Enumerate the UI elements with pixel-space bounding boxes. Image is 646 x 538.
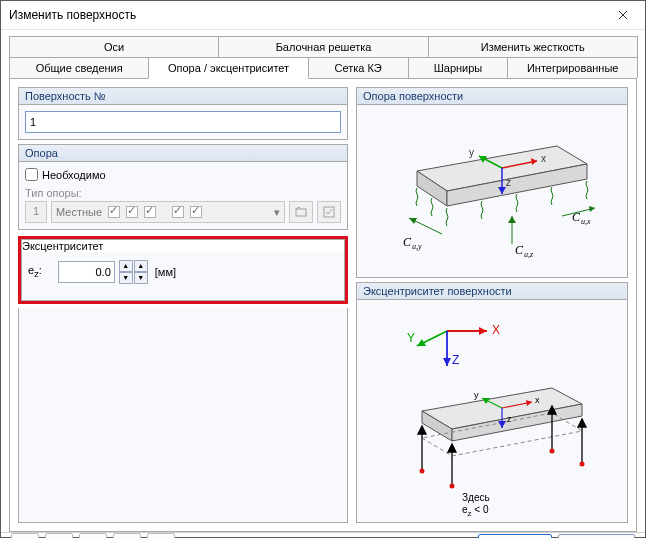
restraint-icon: [190, 206, 202, 218]
svg-text:Y: Y: [407, 331, 415, 345]
tabs-row-bottom: Общие сведения Опора / эксцентриситет Се…: [9, 57, 637, 79]
report-button[interactable]: [45, 533, 73, 538]
open-library-button: [289, 201, 313, 223]
restraint-icon: [144, 206, 156, 218]
tab-body: Поверхность № Опора Необходимо Тип опоры…: [9, 78, 637, 532]
svg-point-56: [450, 484, 455, 489]
svg-point-58: [550, 449, 555, 454]
svg-text:z: z: [507, 414, 512, 424]
svg-marker-50: [448, 444, 456, 452]
window-title: Изменить поверхность: [9, 8, 601, 22]
dialog-window: Изменить поверхность Оси Балочная решетк…: [0, 0, 646, 538]
group-surface-no: Поверхность №: [18, 87, 348, 140]
ez-spin-down[interactable]: ▼: [119, 272, 133, 284]
help-button[interactable]: ?: [11, 533, 39, 538]
svg-text:C: C: [403, 235, 412, 249]
svg-text:u,y: u,y: [412, 242, 422, 251]
tab-support-eccentricity[interactable]: Опора / эксцентриситет: [148, 57, 308, 79]
left-empty-area: [18, 308, 348, 523]
svg-text:Z: Z: [452, 353, 459, 367]
support-type-row: 1 Местные ▾: [25, 201, 341, 223]
svg-text:X: X: [492, 323, 500, 337]
svg-marker-33: [443, 358, 451, 366]
pick-button[interactable]: [147, 533, 175, 538]
units-button[interactable]: 0.00: [79, 533, 107, 538]
svg-rect-0: [296, 209, 306, 216]
svg-point-57: [580, 462, 585, 467]
svg-text:Здесь: Здесь: [462, 492, 490, 503]
restraint-icon: [108, 206, 120, 218]
tab-general[interactable]: Общие сведения: [9, 57, 149, 78]
ez-unit: [мм]: [155, 266, 176, 278]
tabs-row-top: Оси Балочная решетка Изменить жесткость: [9, 36, 637, 57]
support-type-combo-text: Местные: [56, 206, 102, 218]
svg-text:x: x: [541, 153, 546, 164]
titlebar: Изменить поверхность: [1, 1, 645, 30]
group-support-diagram: Опора поверхности x y: [356, 87, 628, 278]
support-diagram: x y z Cu,x: [357, 105, 627, 277]
svg-marker-17: [589, 206, 595, 212]
right-column: Опора поверхности x y: [356, 87, 628, 523]
tab-integrated[interactable]: Интегрированные: [507, 57, 638, 78]
ez-spin-up-coarse[interactable]: ▲: [134, 260, 148, 272]
footer: ? 0.00 OK Отмена: [1, 532, 645, 538]
ez-input[interactable]: 0.0: [58, 261, 115, 283]
support-type-combo: Местные ▾: [51, 201, 285, 223]
group-support-title: Опора: [19, 145, 347, 162]
view-button[interactable]: [113, 533, 141, 538]
svg-point-55: [420, 469, 425, 474]
close-button[interactable]: [601, 1, 645, 29]
svg-text:y: y: [474, 390, 479, 400]
svg-text:C: C: [515, 243, 524, 257]
eccentricity-diagram-title: Эксцентриситет поверхности: [357, 283, 627, 300]
restraint-icon: [126, 206, 138, 218]
content: Оси Балочная решетка Изменить жесткость …: [1, 30, 645, 532]
ez-spin-down-coarse[interactable]: ▼: [134, 272, 148, 284]
required-label: Необходимо: [42, 169, 106, 181]
tab-hinges[interactable]: Шарниры: [408, 57, 509, 78]
svg-text:z: z: [506, 177, 511, 188]
group-eccentricity-title: Эксцентриситет: [22, 240, 344, 252]
support-diagram-title: Опора поверхности: [357, 88, 627, 105]
chevron-down-icon: ▾: [274, 206, 280, 219]
svg-text:u,x: u,x: [581, 217, 591, 226]
eccentricity-highlight: Эксцентриситет ez: 0.0 ▲ ▼: [18, 236, 348, 304]
tab-axes[interactable]: Оси: [9, 36, 219, 57]
svg-text:u,z: u,z: [524, 250, 534, 259]
svg-marker-27: [479, 327, 487, 335]
support-type-no: 1: [25, 201, 47, 223]
group-eccentricity-diagram: Эксцентриситет поверхности X Y Z: [356, 282, 628, 523]
support-type-label: Тип опоры:: [25, 187, 341, 199]
ez-label: ez:: [28, 264, 42, 279]
edit-type-button: [317, 201, 341, 223]
svg-marker-52: [578, 419, 586, 427]
tab-beam-grid[interactable]: Балочная решетка: [218, 36, 428, 57]
svg-text:ez < 0: ez < 0: [462, 504, 489, 516]
group-eccentricity: Эксцентриситет ez: 0.0 ▲ ▼: [21, 239, 345, 301]
group-support: Опора Необходимо Тип опоры: 1 Местные: [18, 144, 348, 230]
required-checkbox-row[interactable]: Необходимо: [25, 168, 341, 181]
svg-text:y: y: [469, 147, 474, 158]
ok-button[interactable]: OK: [478, 534, 552, 538]
ez-spinner[interactable]: ▲ ▼ ▲ ▼: [119, 260, 148, 284]
tab-modify-stiffness[interactable]: Изменить жесткость: [428, 36, 638, 57]
svg-text:x: x: [535, 395, 540, 405]
eccentricity-diagram: X Y Z: [357, 300, 627, 522]
tab-fe-mesh[interactable]: Сетка КЭ: [308, 57, 409, 78]
svg-marker-25: [508, 216, 516, 223]
svg-marker-48: [418, 426, 426, 434]
restraint-icon: [172, 206, 184, 218]
ez-spin-up[interactable]: ▲: [119, 260, 133, 272]
group-surface-no-title: Поверхность №: [19, 88, 347, 105]
surface-no-input[interactable]: [25, 111, 341, 133]
left-column: Поверхность № Опора Необходимо Тип опоры…: [18, 87, 348, 523]
required-checkbox[interactable]: [25, 168, 38, 181]
cancel-button[interactable]: Отмена: [558, 534, 635, 538]
